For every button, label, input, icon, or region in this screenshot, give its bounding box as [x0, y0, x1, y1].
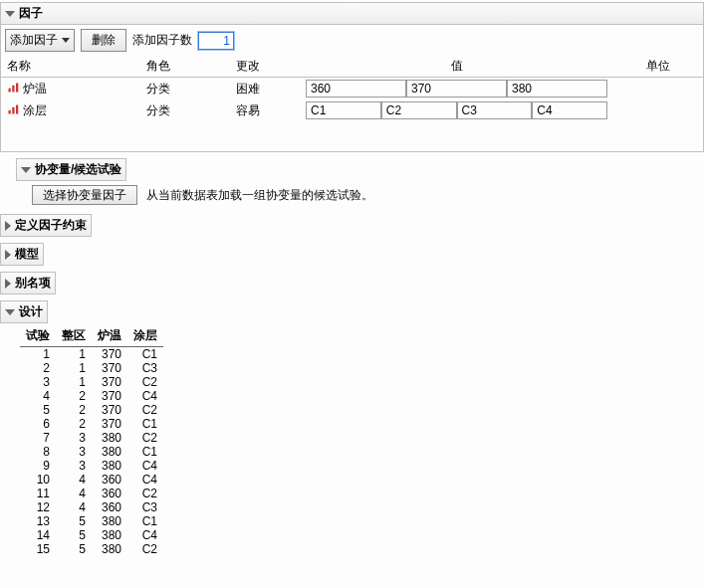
section-title-factors: 因子 [19, 5, 43, 22]
cell-f1: 370 [92, 403, 127, 417]
factor-change: 困难 [230, 78, 300, 100]
section-title-alias: 别名项 [15, 275, 51, 292]
col-trial: 试验 [20, 327, 56, 347]
section-header-design[interactable]: 设计 [0, 300, 48, 323]
design-row: 135380C1 [20, 514, 163, 528]
cell-block: 3 [56, 445, 92, 459]
cell-trial: 2 [20, 361, 56, 375]
design-row: 124360C3 [20, 500, 163, 514]
level-cell[interactable]: C3 [457, 101, 533, 119]
covariate-helper: 从当前数据表加载一组协变量的候选试验。 [146, 188, 373, 202]
factors-table-wrap: 名称 角色 更改 值 单位 炉温分类困难360370380涂层分类容易C1C2C… [0, 56, 704, 152]
factors-table: 名称 角色 更改 值 单位 炉温分类困难360370380涂层分类容易C1C2C… [1, 56, 703, 121]
cell-f1: 380 [92, 528, 127, 542]
cell-block: 1 [56, 375, 92, 389]
svg-rect-2 [16, 83, 18, 92]
cell-trial: 4 [20, 389, 56, 403]
cell-f1: 370 [92, 361, 127, 375]
level-cell[interactable]: C4 [532, 101, 607, 119]
add-count-label: 添加因子数 [132, 32, 192, 49]
cell-block: 1 [56, 347, 92, 362]
cell-trial: 7 [20, 431, 56, 445]
section-header-alias[interactable]: 别名项 [0, 272, 56, 294]
section-header-factors[interactable]: 因子 [0, 2, 704, 25]
cell-block: 3 [56, 431, 92, 445]
cell-trial: 1 [20, 347, 56, 362]
cell-trial: 12 [20, 500, 56, 514]
cell-f1: 380 [92, 459, 127, 473]
cell-block: 5 [56, 528, 92, 542]
design-row: 93380C4 [20, 459, 163, 473]
cell-f2: C3 [127, 361, 163, 375]
cell-f1: 370 [92, 417, 127, 431]
design-row: 104360C4 [20, 473, 163, 487]
col-unit: 单位 [613, 56, 703, 78]
cell-f1: 370 [92, 375, 127, 389]
section-title-covariate: 协变量/候选试验 [35, 161, 121, 178]
cell-f1: 360 [92, 500, 127, 514]
design-row: 145380C4 [20, 528, 163, 542]
cell-f2: C2 [127, 431, 163, 445]
cell-f1: 370 [92, 347, 127, 362]
cell-f2: C1 [127, 514, 163, 528]
col-value: 值 [300, 56, 613, 78]
cell-f2: C2 [127, 403, 163, 417]
factor-change: 容易 [230, 99, 300, 121]
level-cell[interactable]: 380 [507, 80, 607, 98]
cell-block: 2 [56, 403, 92, 417]
cell-f2: C4 [127, 459, 163, 473]
cell-trial: 9 [20, 459, 56, 473]
chevron-down-icon [5, 11, 15, 17]
cell-f1: 360 [92, 487, 127, 500]
level-cell[interactable]: 370 [406, 80, 507, 98]
level-cell[interactable]: C2 [381, 101, 457, 119]
factor-name: 炉温 [1, 78, 140, 100]
design-row: 155380C2 [20, 542, 163, 556]
section-header-constraints[interactable]: 定义因子约束 [0, 214, 92, 237]
cell-f2: C2 [127, 375, 163, 389]
cell-trial: 8 [20, 445, 56, 459]
factor-row[interactable]: 炉温分类困难360370380 [1, 78, 703, 100]
design-row: 62370C1 [20, 417, 163, 431]
cell-block: 3 [56, 459, 92, 473]
cell-trial: 10 [20, 473, 56, 487]
col-block: 整区 [56, 327, 92, 347]
cell-trial: 14 [20, 528, 56, 542]
section-title-model: 模型 [15, 246, 39, 263]
cell-trial: 13 [20, 514, 56, 528]
section-header-model[interactable]: 模型 [0, 243, 44, 266]
cell-trial: 11 [20, 487, 56, 500]
level-cell[interactable]: 360 [306, 80, 406, 98]
cell-trial: 3 [20, 375, 56, 389]
section-title-design: 设计 [19, 303, 43, 320]
factor-levels: 360370380 [300, 78, 613, 100]
delete-button[interactable]: 删除 [81, 29, 126, 52]
chevron-right-icon [5, 279, 11, 289]
factor-unit [613, 78, 703, 100]
cell-f2: C4 [127, 389, 163, 403]
design-row: 114360C2 [20, 487, 163, 500]
cell-f1: 380 [92, 431, 127, 445]
cell-f1: 380 [92, 542, 127, 556]
cell-f2: C1 [127, 347, 163, 362]
chevron-right-icon [5, 221, 11, 231]
add-factor-dropdown[interactable]: 添加因子 [5, 29, 75, 52]
svg-rect-4 [12, 106, 14, 113]
cell-block: 4 [56, 500, 92, 514]
cell-block: 5 [56, 514, 92, 528]
cell-f2: C2 [127, 542, 163, 556]
design-row: 42370C4 [20, 389, 163, 403]
chevron-down-icon [21, 167, 31, 173]
level-cell[interactable]: C1 [306, 101, 381, 119]
svg-rect-1 [12, 85, 14, 92]
svg-rect-0 [9, 88, 11, 92]
design-row: 21370C3 [20, 361, 163, 375]
chevron-down-icon [5, 309, 15, 315]
select-covariate-button[interactable]: 选择协变量因子 [32, 185, 137, 205]
cell-f2: C3 [127, 500, 163, 514]
chevron-right-icon [5, 250, 11, 260]
section-header-covariate[interactable]: 协变量/候选试验 [16, 158, 126, 181]
factor-row[interactable]: 涂层分类容易C1C2C3C4 [1, 99, 703, 121]
add-count-input[interactable] [198, 32, 234, 50]
cell-trial: 6 [20, 417, 56, 431]
